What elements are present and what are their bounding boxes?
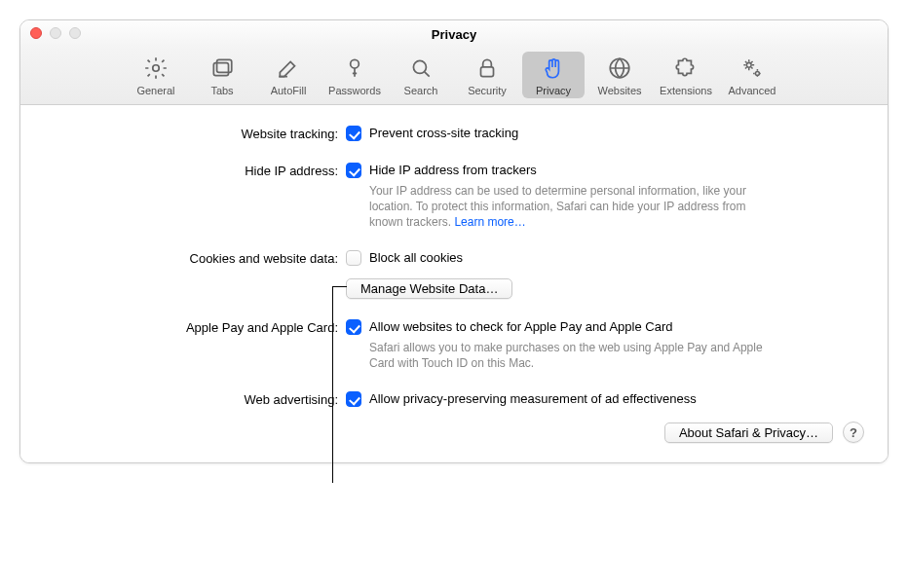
svg-point-7	[746, 62, 751, 67]
gear-icon	[143, 55, 169, 83]
tab-label: Websites	[597, 85, 641, 96]
svg-point-4	[413, 60, 426, 73]
maximize-window-button[interactable]	[69, 27, 81, 39]
website-tracking-label: Website tracking:	[44, 125, 346, 141]
tab-search[interactable]: Search	[390, 52, 452, 98]
hand-icon	[541, 55, 566, 83]
key-icon	[342, 55, 367, 83]
privacy-pane: Website tracking: Prevent cross-site tra…	[20, 105, 888, 462]
tab-label: Passwords	[328, 85, 381, 96]
callout-line	[332, 286, 333, 483]
gears-icon	[739, 55, 765, 83]
autofill-icon	[276, 55, 301, 83]
website-tracking-row: Website tracking: Prevent cross-site tra…	[44, 125, 864, 142]
help-button[interactable]: ?	[843, 422, 864, 443]
tab-security[interactable]: Security	[456, 52, 518, 98]
web-advertising-label: Web advertising:	[44, 390, 346, 407]
lock-icon	[474, 55, 500, 83]
window-title: Privacy	[432, 27, 476, 42]
hide-ip-description: Your IP address can be used to determine…	[369, 183, 778, 230]
cookies-label: Cookies and website data:	[44, 249, 346, 266]
web-advertising-checkbox[interactable]	[346, 391, 361, 407]
close-window-button[interactable]	[30, 27, 42, 39]
apple-pay-row: Apple Pay and Apple Card: Allow websites…	[44, 318, 864, 371]
tab-tabs[interactable]: Tabs	[191, 52, 253, 98]
preferences-window: Privacy General Tabs	[19, 19, 889, 463]
svg-point-8	[755, 71, 759, 75]
hide-ip-row: Hide IP address: Hide IP address from tr…	[44, 162, 864, 230]
hide-ip-label: Hide IP address:	[44, 162, 346, 178]
svg-rect-1	[213, 63, 228, 76]
apple-pay-checkbox[interactable]	[346, 319, 361, 335]
footer: About Safari & Privacy… ?	[44, 422, 864, 443]
window-controls	[30, 27, 81, 39]
block-all-cookies-label: Block all cookies	[369, 249, 463, 267]
tab-passwords[interactable]: Passwords	[323, 52, 386, 98]
tab-label: Security	[468, 85, 507, 96]
preferences-toolbar: General Tabs AutoFill	[20, 48, 888, 105]
minimize-window-button[interactable]	[50, 27, 61, 39]
svg-point-3	[351, 59, 359, 68]
learn-more-link[interactable]: Learn more…	[454, 215, 525, 229]
tab-websites[interactable]: Websites	[588, 52, 651, 98]
prevent-cross-site-tracking-label: Prevent cross-site tracking	[369, 125, 518, 142]
tab-label: Privacy	[536, 85, 571, 96]
cookies-row: Cookies and website data: Block all cook…	[44, 249, 864, 299]
tab-general[interactable]: General	[125, 52, 187, 98]
tab-label: General	[136, 85, 174, 96]
tab-label: Advanced	[729, 85, 776, 96]
apple-pay-label: Apple Pay and Apple Card:	[44, 318, 346, 335]
tab-label: Tabs	[210, 85, 233, 96]
tab-autofill[interactable]: AutoFill	[257, 52, 320, 98]
hide-ip-checkbox-label: Hide IP address from trackers	[369, 162, 537, 179]
web-advertising-checkbox-label: Allow privacy-preserving measurement of …	[369, 390, 697, 408]
window-titlebar: Privacy	[20, 20, 888, 48]
tab-privacy[interactable]: Privacy	[522, 52, 585, 98]
tab-extensions[interactable]: Extensions	[655, 52, 717, 98]
svg-rect-5	[481, 67, 494, 77]
tab-advanced[interactable]: Advanced	[721, 52, 783, 98]
tabs-icon	[209, 55, 235, 83]
web-advertising-row: Web advertising: Allow privacy-preservin…	[44, 390, 864, 408]
prevent-cross-site-tracking-checkbox[interactable]	[346, 126, 361, 141]
manage-website-data-button[interactable]: Manage Website Data…	[346, 278, 512, 299]
block-all-cookies-checkbox[interactable]	[346, 250, 361, 266]
apple-pay-description: Safari allows you to make purchases on t…	[369, 340, 778, 371]
tab-label: Extensions	[660, 85, 712, 96]
puzzle-icon	[673, 55, 699, 83]
svg-point-0	[153, 65, 160, 72]
tab-label: AutoFill	[271, 85, 307, 96]
about-safari-privacy-button[interactable]: About Safari & Privacy…	[664, 423, 833, 443]
tab-label: Search	[404, 85, 438, 96]
globe-icon	[607, 55, 632, 83]
search-icon	[408, 55, 434, 83]
hide-ip-checkbox[interactable]	[346, 163, 361, 178]
apple-pay-checkbox-label: Allow websites to check for Apple Pay an…	[369, 318, 672, 336]
svg-rect-2	[217, 59, 232, 72]
